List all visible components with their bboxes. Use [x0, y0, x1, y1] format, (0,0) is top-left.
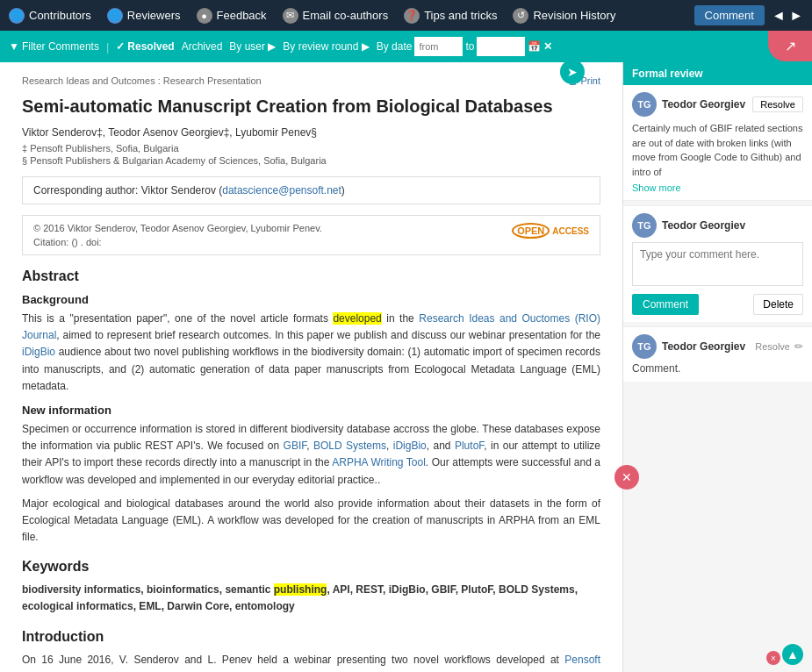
comment-2-user: TG Teodor Georgiev [632, 213, 745, 238]
globe-icon: 🌐 [9, 8, 25, 24]
archived-filter[interactable]: Archived [182, 40, 223, 53]
delete-button[interactable]: Delete [753, 294, 803, 315]
filter-icon: ▼ [9, 40, 19, 53]
avatar-3: TG [632, 334, 657, 359]
delete-red-button[interactable]: × [766, 651, 780, 665]
email-label: Email co-authors [303, 9, 389, 22]
history-icon: ↺ [513, 8, 528, 24]
third-comment-card: TG Teodor Georgiev Resolve ✏ Comment. ▲ … [623, 326, 812, 382]
abstract-heading: Abstract [22, 268, 600, 284]
gbif-link[interactable]: GBIF [284, 440, 307, 452]
comment-3-user: TG Teodor Georgiev [632, 334, 745, 359]
up-arrow-button[interactable]: ▲ [782, 644, 803, 665]
print-label: Print [580, 75, 600, 86]
resolved-label: Resolved [127, 40, 174, 53]
by-user-filter[interactable]: By user ▶ [229, 40, 276, 53]
user-name-1: Teodor Georgiev [662, 98, 745, 111]
new-comment-area: TG Teodor Georgiev Comment Delete [623, 205, 812, 322]
arpha-link[interactable]: ARPHA Writing Tool [332, 456, 426, 468]
floating-arrow-mid[interactable]: ✕ [614, 465, 639, 490]
contributors-label: Contributors [29, 9, 91, 22]
document-area: Research Ideas and Outcomes : Research P… [0, 62, 623, 672]
keywords-heading: Keywords [22, 559, 600, 575]
nav-arrows[interactable]: ◄ ► [772, 8, 803, 24]
breadcrumb-path: Research Ideas and Outcomes : Research P… [22, 75, 262, 86]
contributors-nav[interactable]: 🌐 Contributors [9, 8, 91, 24]
comment-2-user-row: TG Teodor Georgiev [632, 213, 803, 238]
document-title: Semi-automatic Manuscript Creation from … [22, 95, 600, 118]
filter-comments-label: Filter Comments [22, 40, 99, 53]
date-from-input[interactable] [414, 37, 463, 56]
comment-text-1: Certainly much of GBIF related sections … [632, 121, 803, 179]
filter-comments-btn[interactable]: ▼ Filter Comments [9, 40, 99, 53]
idigbio-link[interactable]: iDigBio [22, 346, 55, 358]
clear-date-icon[interactable]: ✕ [543, 40, 552, 53]
comment-1-user-row: TG Teodor Georgiev Resolve [632, 92, 803, 117]
history-label: Revision History [533, 9, 615, 22]
intro-text: On 16 June 2016, V. Senderov and L. Pene… [22, 652, 600, 672]
comment-input[interactable] [632, 242, 803, 286]
feedback-label: Feedback [217, 9, 267, 22]
history-nav[interactable]: ↺ Revision History [513, 8, 615, 24]
background-heading: Background [22, 293, 600, 306]
email-link[interactable]: datascience@pensoft.net [222, 184, 341, 197]
feedback-icon: ● [197, 8, 212, 24]
check-icon: ✓ [116, 40, 125, 53]
email-nav[interactable]: ✉ Email co-authors [283, 8, 389, 24]
formal-review-card: Formal review TG Teodor Georgiev Resolve… [623, 62, 812, 201]
corresponding-author-box: Corresponding author: Viktor Senderov (d… [22, 176, 600, 204]
feedback-nav[interactable]: ● Feedback [197, 8, 267, 24]
breadcrumb: Research Ideas and Outcomes : Research P… [22, 75, 600, 86]
reviewers-nav[interactable]: 🌐 Reviewers [107, 8, 181, 24]
developed-highlight: developed [333, 312, 381, 325]
affiliation-1: ‡ Pensoft Publishers, Sofia, Bulgaria [22, 143, 600, 154]
document-authors: Viktor Senderov‡, Teodor Asenov Georgiev… [22, 126, 600, 139]
comment-btn-area: Comment ◄ ► [694, 5, 803, 25]
email-icon: ✉ [283, 8, 298, 24]
by-review-filter[interactable]: By review round ▶ [283, 40, 369, 53]
calendar-icon[interactable]: 📅 [528, 40, 541, 53]
by-user-label: By user ▶ [229, 40, 276, 53]
date-sep: to [465, 40, 474, 53]
third-comment-text: Comment. [632, 362, 803, 375]
idigbio2-link[interactable]: iDigBio [393, 440, 427, 452]
resolve-label-3[interactable]: Resolve [755, 341, 790, 352]
user-name-3: Teodor Georgiev [662, 340, 745, 353]
edit-icon[interactable]: ✏ [794, 340, 803, 353]
new-info-heading: New information [22, 404, 600, 417]
tips-nav[interactable]: ❓ Tips and tricks [404, 8, 497, 24]
open-access-label: ACCESS [552, 226, 589, 236]
floating-arrow-top-left[interactable]: ➤ [560, 60, 585, 84]
main-layout: Research Ideas and Outcomes : Research P… [0, 62, 812, 672]
user-name-2: Teodor Georgiev [662, 219, 745, 232]
keywords-text: biodiversity informatics, bioinformatics… [22, 582, 600, 615]
resolve-button-1[interactable]: Resolve [752, 97, 803, 112]
archived-label: Archived [182, 40, 223, 53]
top-navigation: 🌐 Contributors 🌐 Reviewers ● Feedback ✉ … [0, 0, 812, 31]
comment-submit-button[interactable]: Comment [632, 294, 699, 315]
filter-bar: ▼ Filter Comments | ✓ Resolved Archived … [0, 31, 812, 62]
reviewers-label: Reviewers [127, 9, 181, 22]
show-more-link[interactable]: Show more [632, 182, 803, 193]
comments-sidebar: Formal review TG Teodor Georgiev Resolve… [623, 62, 812, 672]
filter-sep1: | [106, 40, 109, 54]
comment-card-1: TG Teodor Georgiev Resolve Certainly muc… [623, 85, 812, 201]
by-date-label: By date [377, 40, 413, 53]
new-info-text2: Major ecological and biological database… [22, 496, 600, 547]
copyright-box: © 2016 Viktor Senderov, Teodor Asenov Ge… [22, 215, 600, 255]
plutof-link[interactable]: PlutoF [455, 440, 484, 452]
resolved-filter[interactable]: ✓ Resolved [116, 40, 174, 53]
citation-text: Citation: () . doi: [33, 237, 322, 247]
affiliation-2: § Pensoft Publishers & Bulgarian Academy… [22, 155, 600, 166]
publishing-highlight: publishing [274, 583, 327, 596]
bold-link[interactable]: BOLD Systems [313, 440, 386, 452]
comment-actions: Comment Delete [632, 294, 803, 315]
intro-heading: Introduction [22, 629, 600, 645]
date-to-input[interactable] [477, 37, 525, 56]
copyright-text: © 2016 Viktor Senderov, Teodor Asenov Ge… [33, 223, 322, 233]
open-access-icon: OPEN [512, 223, 550, 239]
comment-button[interactable]: Comment [694, 5, 765, 25]
formal-review-header: Formal review [623, 62, 812, 85]
comment-1-user: TG Teodor Georgiev [632, 92, 745, 117]
tips-label: Tips and tricks [424, 9, 497, 22]
